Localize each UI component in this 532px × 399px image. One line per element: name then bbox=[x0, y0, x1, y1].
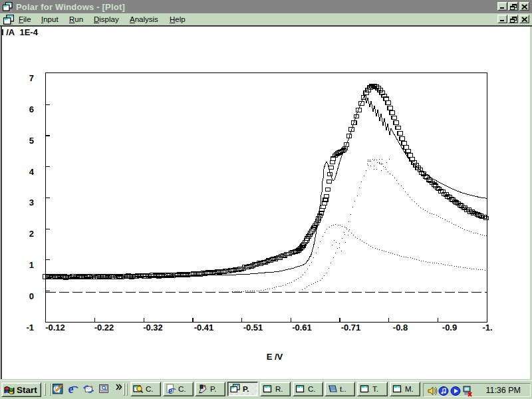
svg-text:e: e bbox=[168, 386, 172, 395]
